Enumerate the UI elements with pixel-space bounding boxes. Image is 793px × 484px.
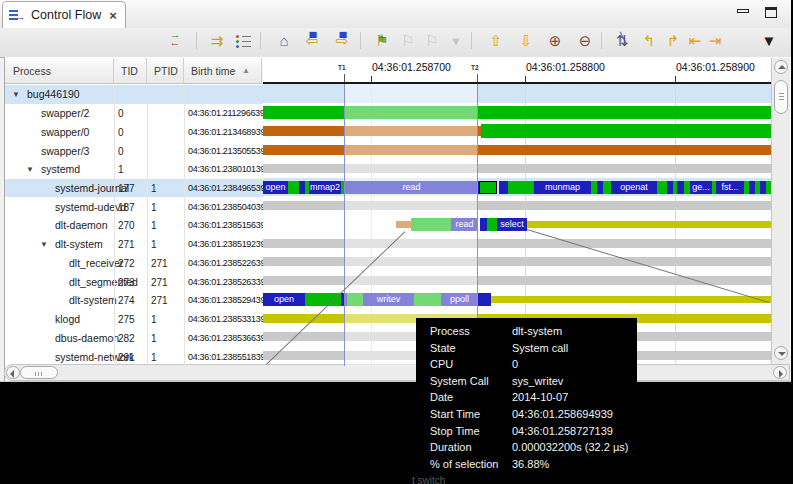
column-header-tid[interactable]: TID [114, 58, 147, 84]
scroll-left-icon[interactable] [6, 366, 20, 379]
column-header-ptid[interactable]: PTID [147, 58, 184, 84]
state-fst[interactable]: fst... [716, 181, 744, 194]
ptid-value: 1 [151, 351, 157, 362]
state-syscall[interactable] [677, 181, 684, 194]
state-wait-blocked[interactable] [491, 296, 771, 303]
expand-arrow-icon[interactable]: ▼ [26, 165, 34, 174]
process-row-swapper/3[interactable]: swapper/3004:36:01.213505539 [5, 141, 263, 160]
scroll-down-icon[interactable] [774, 346, 788, 360]
axis-label: 04:36:01.258900 [676, 61, 755, 73]
zoom-out-icon[interactable]: ⊖ [574, 30, 596, 52]
state-unknown[interactable] [263, 164, 771, 173]
process-row-bug446190[interactable]: ▼bug446190 [5, 85, 263, 104]
maximize-icon[interactable] [765, 7, 777, 18]
vertical-scrollbar[interactable] [771, 58, 790, 364]
ptid-value: 271 [151, 257, 168, 268]
process-row-dlt_segmented[interactable]: dlt_segmented27327104:36:01.238526339 [5, 272, 263, 291]
previous-marker-icon[interactable]: ▀⇦ [301, 30, 323, 52]
state-usermode[interactable] [481, 124, 771, 138]
sort-ascending-icon: ▲ [242, 66, 250, 75]
expand-arrow-icon[interactable]: ▼ [40, 240, 48, 249]
process-row-systemd[interactable]: ▼systemd104:36:01.238010139 [5, 160, 263, 179]
state-syscall[interactable] [478, 293, 491, 306]
state-usermode[interactable] [288, 181, 299, 194]
previous-bookmark-icon: ⚐ [397, 30, 419, 52]
state-ge[interactable]: ge... [690, 181, 712, 194]
tooltip-value: 0 [512, 358, 518, 370]
tid-value: 177 [118, 183, 135, 194]
tooltip-row: Start Time04:36:01.258694939 [416, 407, 637, 424]
state-usermode[interactable] [487, 218, 497, 231]
process-name: swapper/0 [41, 126, 89, 138]
process-row-dlt-system[interactable]: ▼dlt-system271104:36:01.238519239 [5, 235, 263, 254]
state-open[interactable]: open [263, 181, 288, 194]
scroll-right-icon[interactable] [773, 366, 787, 379]
state-munmap[interactable]: munmap [534, 181, 591, 194]
process-row-dlt-system[interactable]: dlt-system27427104:36:01.238529439 [5, 291, 263, 310]
state-usermode[interactable] [766, 181, 771, 194]
state-syscall[interactable] [499, 181, 508, 194]
tooltip-row: % of selection36.88% [416, 457, 637, 474]
axis-tick [525, 76, 526, 82]
state-mmap2[interactable]: mmap2 [309, 181, 341, 194]
scroll-up-icon[interactable] [774, 60, 788, 74]
state-tooltip: Processdlt-systemStateSystem callCPU0Sys… [416, 318, 637, 476]
vertical-scroll-thumb[interactable] [774, 80, 788, 114]
next-event-icon[interactable]: ⇥ [704, 30, 726, 52]
state-select[interactable]: select [497, 218, 527, 231]
state-usermode[interactable] [263, 106, 771, 119]
close-icon[interactable]: × [109, 8, 117, 23]
horizontal-scrollbar[interactable] [4, 364, 790, 381]
state-usermode[interactable] [479, 181, 497, 194]
tid-value: 0 [118, 108, 124, 119]
reset-time-scale-icon[interactable]: →← [164, 30, 186, 52]
time-marker-line [344, 84, 345, 366]
optimize-icon[interactable]: ⇉ [206, 30, 228, 52]
previous-event-icon[interactable]: ⇤ [684, 30, 706, 52]
state-wait-for-cpu[interactable] [263, 145, 771, 155]
process-row-swapper/2[interactable]: swapper/2004:36:01.211296639 [5, 104, 263, 123]
process-row-swapper/0[interactable]: swapper/0004:36:01.213468939 [5, 122, 263, 141]
tab-control-flow[interactable]: → Control Flow × [2, 1, 126, 28]
state-usermode[interactable] [657, 181, 667, 194]
state-openat[interactable]: openat [611, 181, 657, 194]
tooltip-value: 04:36:01.258694939 [512, 408, 613, 420]
selected-row-highlight [263, 84, 771, 103]
state-wait-blocked[interactable] [527, 221, 771, 228]
home-icon[interactable]: ⌂ [273, 30, 295, 52]
horizontal-scroll-thumb[interactable] [20, 366, 58, 379]
hide-arrows-icon[interactable]: ╲⇅ [611, 30, 633, 52]
view-menu-icon[interactable]: ▼ [758, 30, 780, 52]
column-header-process[interactable]: Process [6, 58, 114, 84]
toolbar-separator [360, 32, 361, 49]
follow-cpu-forward-icon[interactable]: ↱ [662, 30, 684, 52]
process-row-dbus-daemon[interactable]: dbus-daemon282104:36:01.238536639 [5, 329, 263, 348]
minimize-icon[interactable] [737, 9, 749, 13]
state-unknown[interactable] [263, 239, 771, 248]
axis-label: 04:36:01.258700 [372, 61, 451, 73]
axis-label: 04:36:01.258800 [526, 61, 605, 73]
process-row-klogd[interactable]: klogd275104:36:01.238533139 [5, 310, 263, 329]
follow-cpu-backward-icon[interactable]: ↰ [638, 30, 660, 52]
state-usermode[interactable] [508, 181, 534, 194]
next-marker-icon[interactable]: ▀⇨ [331, 30, 353, 52]
process-row-dlt-daemon[interactable]: dlt-daemon270104:36:01.238515639 [5, 216, 263, 235]
column-header-birth-time[interactable]: Birth time [184, 58, 262, 84]
process-row-systemd-udevd[interactable]: systemd-udevd187104:36:01.238504039 [5, 197, 263, 216]
expand-arrow-icon[interactable]: ▼ [12, 90, 20, 99]
state-unknown[interactable] [263, 201, 771, 210]
show-legend-icon[interactable] [232, 30, 254, 52]
process-row-dlt_receiver[interactable]: dlt_receiver27227104:36:01.238522639 [5, 254, 263, 273]
time-axis[interactable]: 04:36:01.25870004:36:01.25880004:36:01.2… [263, 58, 771, 84]
state-syscall[interactable] [480, 218, 487, 231]
tid-value: 187 [118, 201, 135, 212]
process-row-systemd-journal[interactable]: systemd-journal177104:36:01.238496539 [5, 179, 263, 198]
select-next-process-icon[interactable]: ⇩ [515, 30, 537, 52]
add-bookmark-icon[interactable]: +⚑ [371, 30, 393, 52]
state-usermode[interactable] [305, 293, 341, 306]
state-open[interactable]: open [263, 293, 305, 306]
select-previous-process-icon[interactable]: ⇧ [485, 30, 507, 52]
state-usermode[interactable] [603, 181, 611, 194]
state-unknown[interactable] [263, 257, 771, 266]
zoom-in-icon[interactable]: ⊕ [544, 30, 566, 52]
